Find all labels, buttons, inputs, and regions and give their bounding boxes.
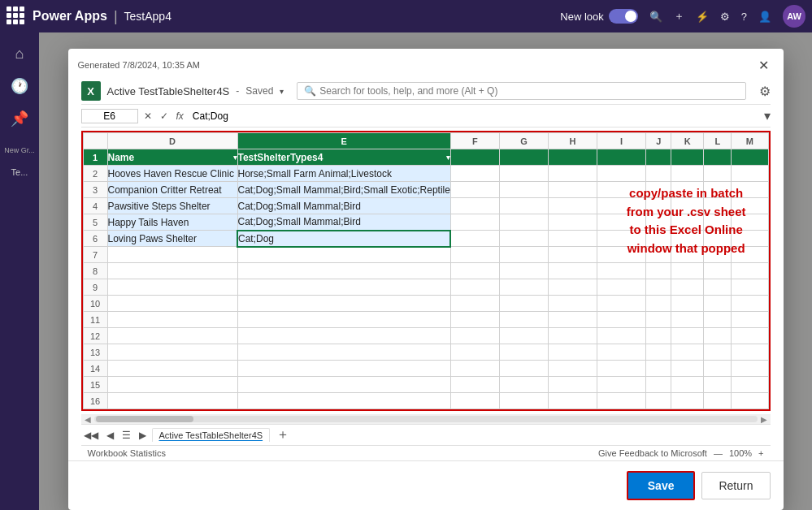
- cell-g2[interactable]: [499, 166, 548, 182]
- cell-d2[interactable]: Hooves Haven Rescue Clinic: [107, 166, 237, 182]
- col-header-J[interactable]: J: [645, 133, 671, 149]
- cell-d5[interactable]: Happy Tails Haven: [107, 214, 237, 231]
- modal-overlay: Generated 7/8/2024, 10:35 AM ✕ X Active …: [39, 32, 812, 510]
- cell-d6[interactable]: Loving Paws Shelter: [107, 231, 237, 247]
- table-row: 15: [83, 377, 768, 393]
- col-e-filter-arrow[interactable]: ▾: [446, 153, 450, 162]
- new-look-toggle[interactable]: New look: [560, 9, 637, 24]
- topbar: Power Apps | TestApp4 New look 🔍 ＋ ⚡ ⚙ ?…: [0, 0, 812, 32]
- new-group-label: New Gr...: [0, 146, 39, 154]
- save-button[interactable]: Save: [627, 471, 696, 500]
- cell-e6[interactable]: Cat;Dog: [237, 231, 450, 247]
- col-header-G[interactable]: G: [499, 133, 548, 149]
- toggle-track[interactable]: [609, 9, 638, 24]
- header-k[interactable]: [671, 149, 704, 166]
- spreadsheet-region: D E F G H I J K L: [81, 128, 771, 414]
- cell-reference[interactable]: [81, 109, 138, 123]
- search-icon: 🔍: [304, 85, 316, 97]
- waffle-menu[interactable]: [7, 6, 26, 26]
- sidebar-item-pinned[interactable]: 📌: [5, 104, 34, 133]
- row-num-6: 6: [83, 231, 107, 247]
- fx-icon: fx: [174, 110, 186, 122]
- header-g[interactable]: [499, 149, 548, 166]
- scroll-right-btn[interactable]: ▶: [758, 415, 771, 424]
- header-j[interactable]: [645, 149, 671, 166]
- cell-e4[interactable]: Cat;Dog;Small Mammal;Bird: [237, 198, 450, 214]
- spreadsheet[interactable]: D E F G H I J K L: [83, 132, 769, 409]
- zoom-minus[interactable]: —: [714, 448, 723, 458]
- dash-sep: -: [236, 85, 239, 97]
- sheet-nav-next[interactable]: ▶: [137, 430, 149, 441]
- cell-d4[interactable]: Pawsitive Steps Shelter: [107, 198, 237, 214]
- header-name[interactable]: Name ▾: [107, 149, 237, 166]
- formula-expand-icon[interactable]: ▾: [764, 108, 771, 123]
- workbook-stats[interactable]: Workbook Statistics: [88, 448, 166, 458]
- settings-icon[interactable]: ⚙: [720, 11, 730, 23]
- excel-saved-status: Saved: [245, 85, 273, 97]
- sheet-tab-active[interactable]: Active TestTableShelter4S: [152, 428, 271, 442]
- col-header-K[interactable]: K: [671, 133, 704, 149]
- row-num-2: 2: [83, 166, 107, 182]
- main-layout: ⌂ 🕐 📌 New Gr... Te... Generated 7/8/2024…: [0, 32, 812, 510]
- table-row: 5 Happy Tails Haven Cat;Dog;Small Mammal…: [83, 214, 768, 231]
- sidebar-item-recent[interactable]: 🕐: [5, 71, 34, 101]
- topbar-right: New look 🔍 ＋ ⚡ ⚙ ? 👤 AW: [560, 5, 805, 28]
- horizontal-scrollbar[interactable]: ◀ ▶: [81, 414, 771, 424]
- sheet-nav-first[interactable]: ◀◀: [81, 430, 101, 441]
- excel-search-input[interactable]: [319, 85, 738, 97]
- header-f[interactable]: [450, 149, 499, 166]
- header-m[interactable]: [732, 149, 768, 166]
- col-header-L[interactable]: L: [704, 133, 732, 149]
- sheet-nav-prev[interactable]: ◀: [104, 430, 116, 441]
- file-dropdown-arrow[interactable]: ▾: [280, 87, 284, 96]
- feedback-link[interactable]: Give Feedback to Microsoft: [598, 448, 707, 458]
- avatar[interactable]: AW: [783, 5, 805, 28]
- col-header-H[interactable]: H: [548, 133, 597, 149]
- cell-h2[interactable]: [548, 166, 597, 182]
- account-icon[interactable]: 👤: [758, 11, 771, 23]
- cell-e5[interactable]: Cat;Dog;Small Mammal;Bird: [237, 214, 450, 231]
- sidebar-item-test[interactable]: Te...: [5, 158, 34, 187]
- filter-icon[interactable]: ⚡: [696, 11, 709, 23]
- header-h[interactable]: [548, 149, 597, 166]
- cell-e2[interactable]: Horse;Small Farm Animal;Livestock: [237, 166, 450, 182]
- zoom-plus[interactable]: +: [758, 448, 763, 458]
- help-icon[interactable]: ?: [741, 11, 747, 23]
- scroll-thumb: [96, 416, 193, 422]
- formula-cancel-btn[interactable]: ✕: [141, 110, 154, 122]
- cell-f2[interactable]: [450, 166, 499, 182]
- sheet-add-button[interactable]: ＋: [273, 426, 293, 443]
- sidebar-item-home[interactable]: ⌂: [5, 39, 34, 68]
- sheet-nav: ◀◀ ◀ ☰ ▶: [81, 430, 149, 441]
- add-icon[interactable]: ＋: [674, 9, 684, 24]
- cell-i2[interactable]: [597, 166, 645, 182]
- col-header-E[interactable]: E: [237, 133, 450, 149]
- feedback-section: Give Feedback to Microsoft — 100% +: [598, 448, 763, 458]
- header-i[interactable]: [597, 149, 645, 166]
- cell-d3[interactable]: Companion Critter Retreat: [107, 182, 237, 198]
- search-icon[interactable]: 🔍: [649, 11, 662, 23]
- table-row: 16: [83, 393, 768, 409]
- app-name: Power Apps: [33, 9, 107, 24]
- col-header-F[interactable]: F: [450, 133, 499, 149]
- spreadsheet-wrapper: D E F G H I J K L: [81, 131, 771, 411]
- col-header-I[interactable]: I: [597, 133, 645, 149]
- app-brand: Power Apps | TestApp4: [33, 8, 172, 25]
- modal-header: Generated 7/8/2024, 10:35 AM ✕: [68, 49, 784, 78]
- scroll-left-btn[interactable]: ◀: [81, 415, 94, 424]
- col-d-filter-arrow[interactable]: ▾: [233, 153, 237, 162]
- header-l[interactable]: [704, 149, 732, 166]
- row-num-5: 5: [83, 214, 107, 231]
- return-button[interactable]: Return: [701, 472, 770, 499]
- cell-e3[interactable]: Cat;Dog;Small Mammal;Bird;Small Exotic;R…: [237, 182, 450, 198]
- formula-input[interactable]: [189, 110, 761, 122]
- header-shelter-types[interactable]: TestShelterTypes4 ▾: [237, 149, 450, 166]
- close-button[interactable]: ✕: [754, 55, 774, 75]
- excel-settings-icon[interactable]: ⚙: [759, 84, 771, 99]
- col-header-D[interactable]: D: [107, 133, 237, 149]
- sheet-nav-menu[interactable]: ☰: [119, 430, 133, 441]
- formula-confirm-btn[interactable]: ✓: [158, 110, 171, 122]
- col-header-M[interactable]: M: [732, 133, 768, 149]
- excel-search-bar[interactable]: 🔍: [297, 82, 745, 100]
- excel-modal: Generated 7/8/2024, 10:35 AM ✕ X Active …: [68, 49, 784, 510]
